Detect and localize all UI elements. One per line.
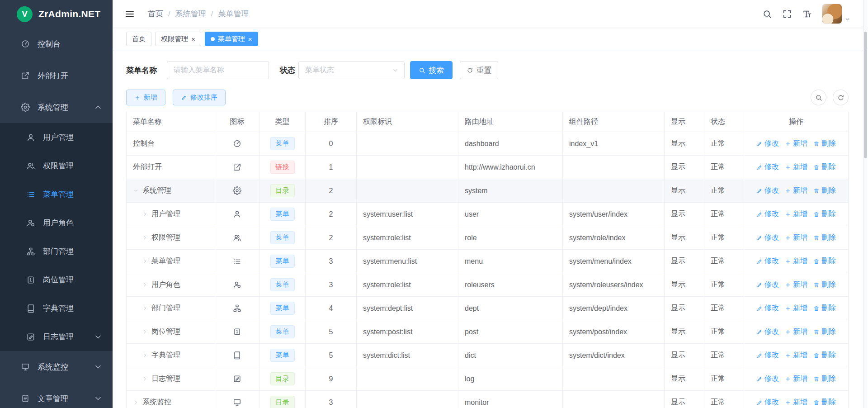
delete-link[interactable]: 删除 (813, 233, 836, 242)
table-row[interactable]: 菜单管理菜单3system:menu:listmenusystem/menu/i… (127, 250, 849, 273)
edit-link[interactable]: 修改 (756, 162, 779, 172)
table-row[interactable]: 日志管理目录9log显示正常修改新增删除 (127, 367, 849, 391)
delete-link[interactable]: 删除 (813, 139, 836, 148)
tree-expand-icon[interactable] (142, 282, 148, 288)
header-search-icon[interactable] (762, 9, 772, 19)
sidebar-item[interactable]: 系统监控 (0, 351, 113, 383)
menu-name-input[interactable] (167, 61, 269, 79)
refresh-table-button[interactable] (833, 90, 849, 105)
table-row[interactable]: 用户角色菜单3system:role:listroleuserssystem/r… (127, 273, 849, 297)
edit-link[interactable]: 修改 (756, 304, 779, 313)
sidebar-toggle-icon[interactable] (124, 9, 135, 19)
add-link[interactable]: 新增 (785, 139, 807, 148)
delete-link[interactable]: 删除 (813, 327, 836, 337)
user-menu-caret-icon[interactable] (844, 16, 851, 23)
sidebar-item[interactable]: 系统管理 (0, 91, 113, 123)
sidebar-item[interactable]: 用户管理 (0, 123, 113, 152)
delete-link[interactable]: 删除 (813, 162, 836, 172)
table-row[interactable]: 字典管理菜单5system:dict:listdictsystem/dict/i… (127, 344, 849, 367)
cell-menu-name: 岗位管理 (127, 320, 215, 344)
add-link[interactable]: 新增 (785, 233, 807, 242)
delete-link[interactable]: 删除 (813, 186, 836, 195)
edit-link-label: 修改 (764, 139, 779, 148)
cell-route: user (458, 203, 563, 226)
fullscreen-icon[interactable] (782, 9, 792, 19)
close-tab-icon[interactable]: × (191, 36, 195, 43)
table-row[interactable]: 权限管理菜单2system:role:listrolesystem/role/i… (127, 226, 849, 250)
edit-link[interactable]: 修改 (756, 374, 779, 384)
edit-link[interactable]: 修改 (756, 398, 779, 407)
table-row[interactable]: 系统监控目录3monitor显示正常修改新增删除 (127, 391, 849, 408)
cell-status: 正常 (704, 320, 744, 344)
reset-button[interactable]: 重置 (460, 61, 498, 79)
cell-menu-name: 用户管理 (127, 203, 215, 226)
sidebar-item[interactable]: 部门管理 (0, 237, 113, 266)
breadcrumb-system[interactable]: 系统管理 (175, 9, 218, 19)
sidebar-item[interactable]: 控制台 (0, 28, 113, 60)
add-link[interactable]: 新增 (785, 327, 807, 337)
delete-link[interactable]: 删除 (813, 351, 836, 360)
tree-expand-icon[interactable] (142, 211, 148, 217)
edit-link[interactable]: 修改 (756, 139, 779, 148)
tree-expand-icon[interactable] (142, 352, 148, 358)
scrollbar-thumb[interactable] (864, 32, 867, 158)
tree-expand-icon[interactable] (142, 376, 148, 382)
view-tab[interactable]: 权限管理× (155, 32, 201, 46)
edit-link[interactable]: 修改 (756, 256, 779, 266)
table-row[interactable]: 系统管理目录2system显示正常修改新增删除 (127, 179, 849, 203)
sidebar-item[interactable]: 菜单管理 (0, 180, 113, 209)
delete-link[interactable]: 删除 (813, 209, 836, 219)
trash-icon (813, 211, 820, 218)
add-button[interactable]: 新增 (126, 90, 165, 105)
view-tab[interactable]: 菜单管理× (205, 32, 258, 46)
user-avatar[interactable] (822, 4, 842, 24)
add-link[interactable]: 新增 (785, 351, 807, 360)
add-link[interactable]: 新增 (785, 209, 807, 219)
sidebar-item[interactable]: 字典管理 (0, 294, 113, 323)
edit-link[interactable]: 修改 (756, 209, 779, 219)
table-row[interactable]: 部门管理菜单4system:dept:listdeptsystem/dept/i… (127, 297, 849, 320)
sidebar-item[interactable]: 岗位管理 (0, 266, 113, 294)
table-row[interactable]: 岗位管理菜单5system:post:listpostsystem/post/i… (127, 320, 849, 344)
sidebar-item[interactable]: 文章管理 (0, 383, 113, 408)
sidebar-item[interactable]: 权限管理 (0, 152, 113, 180)
tree-expand-icon[interactable] (142, 258, 148, 264)
page-scrollbar[interactable] (863, 0, 867, 408)
sidebar-item[interactable]: 日志管理 (0, 323, 113, 351)
breadcrumb-home[interactable]: 首页 (148, 9, 175, 19)
add-link[interactable]: 新增 (785, 162, 807, 172)
search-button[interactable]: 搜索 (410, 61, 453, 79)
delete-link[interactable]: 删除 (813, 304, 836, 313)
add-link[interactable]: 新增 (785, 256, 807, 266)
tree-expand-icon[interactable] (142, 329, 148, 335)
tree-expand-icon[interactable] (133, 399, 139, 405)
edit-link[interactable]: 修改 (756, 233, 779, 242)
delete-link[interactable]: 删除 (813, 280, 836, 289)
edit-link[interactable]: 修改 (756, 280, 779, 289)
table-row[interactable]: 控制台菜单0dashboardindex_v1显示正常修改新增删除 (127, 132, 849, 156)
edit-link[interactable]: 修改 (756, 351, 779, 360)
view-tab[interactable]: 首页 (126, 32, 151, 46)
edit-link[interactable]: 修改 (756, 327, 779, 337)
sidebar-item[interactable]: 外部打开 (0, 60, 113, 91)
delete-link[interactable]: 删除 (813, 398, 836, 407)
close-tab-icon[interactable]: × (248, 36, 252, 43)
tree-expand-icon[interactable] (133, 188, 139, 194)
delete-link[interactable]: 删除 (813, 374, 836, 384)
status-select[interactable]: 菜单状态 (298, 61, 405, 79)
delete-link[interactable]: 删除 (813, 256, 836, 266)
tree-expand-icon[interactable] (142, 305, 148, 311)
font-size-icon[interactable] (802, 9, 812, 19)
add-link[interactable]: 新增 (785, 398, 807, 407)
add-link[interactable]: 新增 (785, 280, 807, 289)
add-link[interactable]: 新增 (785, 304, 807, 313)
add-link[interactable]: 新增 (785, 186, 807, 195)
toggle-search-button[interactable] (811, 90, 826, 105)
edit-sort-button[interactable]: 修改排序 (173, 90, 226, 105)
sidebar-item[interactable]: 用户角色 (0, 209, 113, 237)
add-link[interactable]: 新增 (785, 374, 807, 384)
table-row[interactable]: 外部打开链接1http://www.izhaorui.cn显示正常修改新增删除 (127, 156, 849, 179)
edit-link[interactable]: 修改 (756, 186, 779, 195)
table-row[interactable]: 用户管理菜单2system:user:listusersystem/user/i… (127, 203, 849, 226)
tree-expand-icon[interactable] (142, 235, 148, 241)
